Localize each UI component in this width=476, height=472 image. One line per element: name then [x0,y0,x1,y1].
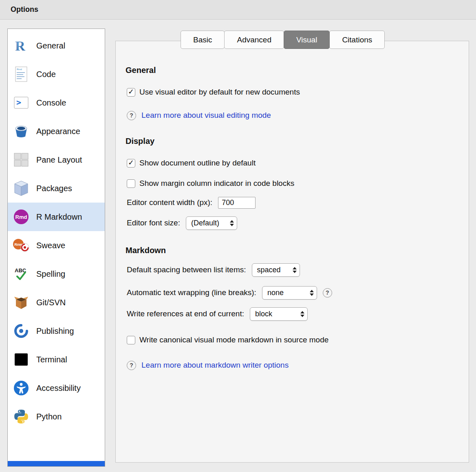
editor-content-width-row: Editor content width (px): [127,196,256,210]
spelling-icon: ABC [12,265,31,283]
sidebar-item-label: Console [36,98,66,108]
code-document-icon: Rmd [12,65,31,84]
tab-advanced[interactable]: Advanced [224,31,284,49]
help-icon[interactable]: ? [127,361,136,370]
general-heading: General [126,63,156,77]
sidebar-item-sweave[interactable]: Rnw Sweave [8,231,105,260]
svg-text:R: R [15,38,25,53]
stepper-arrows-icon [300,311,304,317]
editor-font-size-select[interactable]: (Default) [186,216,237,230]
sweave-icon: Rnw [12,236,31,255]
sidebar-item-label: Python [36,412,62,421]
write-references-label: Write references at end of current: [127,309,244,318]
list-spacing-select[interactable]: spaced [252,263,300,277]
write-references-value: block [255,310,272,318]
visual-editing-help-row: ? Learn more about visual editing mode [127,108,271,122]
margin-indicator-label: Show margin column indicator in code blo… [139,179,294,188]
sidebar-bottom-highlight [8,461,105,466]
list-spacing-row: Default spacing between list items: spac… [127,263,300,277]
sidebar-item-pane-layout[interactable]: Pane Layout [8,146,105,174]
editor-content-width-input[interactable] [218,197,256,209]
show-outline-checkbox[interactable] [127,159,135,168]
use-visual-editor-checkbox[interactable] [127,88,135,97]
r-logo-icon: R [12,36,31,55]
sidebar-item-label: Spelling [36,269,65,279]
sidebar-item-label: Packages [36,184,72,193]
text-wrapping-select[interactable]: none [262,286,317,300]
package-cube-icon [12,179,31,198]
canonical-markdown-checkbox[interactable] [127,336,135,344]
sidebar-item-python[interactable]: Python [8,402,105,431]
stepper-arrows-icon [230,220,234,226]
use-visual-editor-row: Use visual editor by default for new doc… [127,85,300,99]
sidebar-item-console[interactable]: > Console [8,88,105,117]
sidebar-item-label: Appearance [36,127,80,136]
editor-content-width-label: Editor content width (px): [127,198,212,207]
window-title: Options [11,5,38,14]
sidebar-item-label: Terminal [36,355,67,364]
help-icon[interactable]: ? [127,111,136,120]
editor-font-size-label: Editor font size: [127,218,180,227]
svg-text:Rmd: Rmd [15,214,27,220]
sidebar-item-label: Pane Layout [36,155,82,165]
sidebar-item-spelling[interactable]: ABC Spelling [8,260,105,288]
visual-editing-learn-more-link[interactable]: Learn more about visual editing mode [141,111,271,120]
sidebar-item-git-svn[interactable]: Git/SVN [8,288,105,317]
terminal-icon [12,350,31,369]
sidebar-item-label: Code [36,70,56,79]
pane-layout-icon [12,150,31,169]
text-wrapping-value: none [267,289,284,297]
text-wrapping-row: Automatic text wrapping (line breaks): n… [127,286,332,300]
markdown-writer-help-row: ? Learn more about markdown writer optio… [127,358,289,372]
sidebar: R General Rmd Code > Console Appearance … [7,29,105,467]
write-references-select[interactable]: block [250,307,308,321]
sidebar-item-label: Publishing [36,326,74,336]
accessibility-icon [12,379,31,397]
canonical-markdown-label: Write canonical visual mode markdown in … [139,335,328,344]
sidebar-item-r-markdown[interactable]: Rmd R Markdown [8,203,105,231]
general-heading-text: General [126,66,156,75]
markdown-heading-text: Markdown [126,246,166,255]
sidebar-item-terminal[interactable]: Terminal [8,345,105,374]
margin-indicator-row: Show margin column indicator in code blo… [127,176,294,190]
tab-visual[interactable]: Visual [284,31,330,49]
svg-text:>: > [16,97,21,107]
stepper-arrows-icon [293,267,297,273]
markdown-writer-learn-more-link[interactable]: Learn more about markdown writer options [141,361,289,370]
rmarkdown-icon: Rmd [12,207,31,226]
list-spacing-value: spaced [257,266,281,274]
sidebar-item-accessibility[interactable]: Accessibility [8,374,105,402]
show-outline-row: Show document outline by default [127,156,256,170]
display-heading-text: Display [126,137,154,146]
tab-basic[interactable]: Basic [181,31,225,49]
options-panel: General Use visual editor by default for… [115,41,469,463]
sidebar-item-general[interactable]: R General [8,31,105,60]
stepper-arrows-icon [310,290,314,296]
sidebar-item-code[interactable]: Rmd Code [8,60,105,88]
editor-font-size-row: Editor font size: (Default) [127,216,237,230]
tab-bar: Basic Advanced Visual Citations [181,31,385,49]
sidebar-item-label: Git/SVN [36,298,66,307]
paint-bucket-icon [12,122,31,141]
help-icon[interactable]: ? [323,288,332,298]
canonical-markdown-row: Write canonical visual mode markdown in … [127,333,328,347]
display-heading: Display [126,134,154,148]
sidebar-item-label: Accessibility [36,384,81,393]
window-titlebar[interactable]: Options [0,0,476,20]
sidebar-item-packages[interactable]: Packages [8,174,105,203]
sidebar-item-appearance[interactable]: Appearance [8,117,105,146]
sidebar-item-label: General [36,41,65,51]
sidebar-item-publishing[interactable]: Publishing [8,317,105,345]
editor-font-size-value: (Default) [191,219,219,227]
svg-text:Rmd: Rmd [17,68,22,71]
sidebar-item-label: R Markdown [36,212,82,222]
tab-citations[interactable]: Citations [329,31,385,49]
write-references-row: Write references at end of current: bloc… [127,307,308,321]
sidebar-item-label: Sweave [36,241,65,250]
publishing-icon [12,322,31,340]
console-icon: > [12,93,31,112]
show-outline-label: Show document outline by default [139,159,256,168]
use-visual-editor-label: Use visual editor by default for new doc… [139,88,300,97]
text-wrapping-label: Automatic text wrapping (line breaks): [127,288,256,297]
margin-indicator-checkbox[interactable] [127,179,135,188]
